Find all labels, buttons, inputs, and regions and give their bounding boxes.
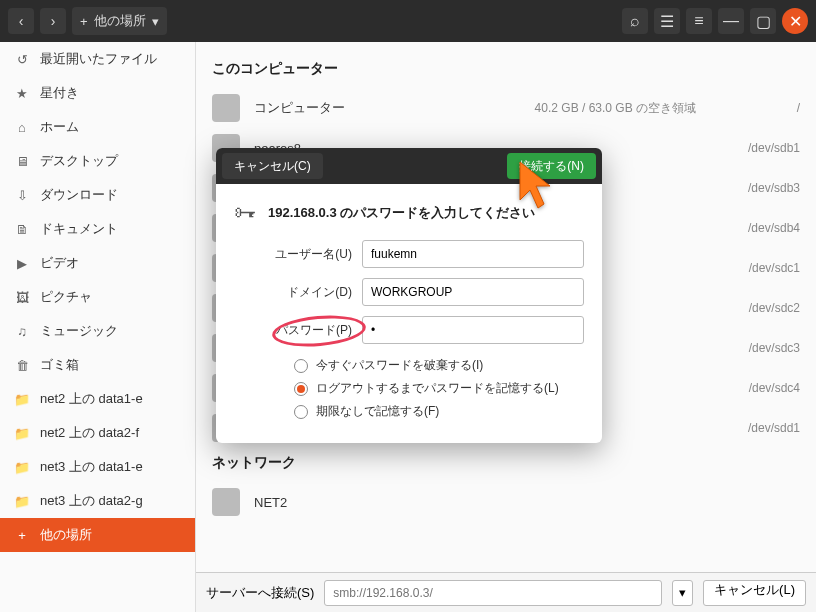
sidebar-item-label: 最近開いたファイル [40, 50, 157, 68]
sidebar-item[interactable]: ⇩ダウンロード [0, 178, 195, 212]
sidebar-item-label: net2 上の data2-f [40, 424, 139, 442]
sidebar-icon: ⇩ [14, 188, 30, 203]
dialog-title: 192.168.0.3 のパスワードを入力してください [268, 204, 535, 222]
sidebar-item[interactable]: 📁net2 上の data2-f [0, 416, 195, 450]
back-button[interactable]: ‹ [8, 8, 34, 34]
password-dialog: キャンセル(C) 接続する(N) 🗝 192.168.0.3 のパスワードを入力… [216, 148, 602, 443]
sidebar-item-other-locations[interactable]: +他の場所 [0, 518, 195, 552]
dialog-connect-button[interactable]: 接続する(N) [507, 153, 596, 179]
sidebar-item-label: ピクチャ [40, 288, 92, 306]
connect-cancel-button[interactable]: キャンセル(L) [703, 580, 806, 606]
sidebar-item[interactable]: ⌂ホーム [0, 110, 195, 144]
history-button[interactable]: ▾ [672, 580, 693, 606]
radio-option[interactable]: ログアウトするまでパスワードを記憶する(L) [294, 377, 584, 400]
drive-path: /dev/sdb1 [710, 141, 800, 155]
minimize-button[interactable]: — [718, 8, 744, 34]
radio-label: 期限なしで記憶する(F) [316, 403, 439, 420]
plus-icon: + [14, 528, 30, 543]
sidebar-icon: 🗎 [14, 222, 30, 237]
sidebar-item-label: ホーム [40, 118, 79, 136]
radio-option[interactable]: 期限なしで記憶する(F) [294, 400, 584, 423]
connect-bar: サーバーへ接続(S) ▾ キャンセル(L) [196, 572, 816, 612]
server-address-input[interactable] [324, 580, 662, 606]
sidebar-item[interactable]: 🖼ピクチャ [0, 280, 195, 314]
radio-label: ログアウトするまでパスワードを記憶する(L) [316, 380, 559, 397]
sidebar-icon: 📁 [14, 392, 30, 407]
minimize-icon: — [723, 12, 739, 30]
sidebar-item-label: 星付き [40, 84, 79, 102]
plus-icon: + [80, 14, 88, 29]
dialog-cancel-button[interactable]: キャンセル(C) [222, 153, 323, 179]
sidebar-icon: 🖥 [14, 154, 30, 169]
location-chip[interactable]: + 他の場所 ▾ [72, 7, 167, 35]
sidebar-item[interactable]: ▶ビデオ [0, 246, 195, 280]
close-icon: ✕ [789, 12, 802, 31]
sidebar-item-label: ドキュメント [40, 220, 118, 238]
sidebar-icon: ♫ [14, 324, 30, 339]
network-icon [212, 488, 240, 516]
radio-label: 今すぐパスワードを破棄する(I) [316, 357, 483, 374]
search-icon: ⌕ [630, 12, 640, 30]
drive-path: /dev/sdb3 [710, 181, 800, 195]
list-view-button[interactable]: ☰ [654, 8, 680, 34]
connect-label: サーバーへ接続(S) [206, 584, 314, 602]
sidebar-item-label: ビデオ [40, 254, 79, 272]
drive-name: コンピューター [254, 99, 345, 117]
sidebar-item[interactable]: 📁net2 上の data1-e [0, 382, 195, 416]
sidebar-item[interactable]: ↺最近開いたファイル [0, 42, 195, 76]
key-icon: 🗝 [234, 200, 256, 226]
drive-path: /dev/sdc3 [710, 341, 800, 355]
sidebar-item-label: net2 上の data1-e [40, 390, 143, 408]
password-input[interactable] [362, 316, 584, 344]
titlebar: ‹ › + 他の場所 ▾ ⌕ ☰ ≡ — ▢ ✕ [0, 0, 816, 42]
drive-path: / [710, 101, 800, 115]
sidebar-item-label: ゴミ箱 [40, 356, 79, 374]
network-row[interactable]: NET2 [212, 482, 800, 522]
remember-options: 今すぐパスワードを破棄する(I)ログアウトするまでパスワードを記憶する(L)期限… [294, 354, 584, 423]
sidebar-item[interactable]: ♫ミュージック [0, 314, 195, 348]
sidebar-item[interactable]: 🗎ドキュメント [0, 212, 195, 246]
sidebar-item-label: デスクトップ [40, 152, 118, 170]
sidebar-icon: ↺ [14, 52, 30, 67]
username-label: ユーザー名(U) [234, 246, 352, 263]
drive-path: /dev/sdd1 [710, 421, 800, 435]
radio-icon [294, 382, 308, 396]
sidebar-item[interactable]: 🖥デスクトップ [0, 144, 195, 178]
sidebar-icon: 📁 [14, 426, 30, 441]
sidebar-icon: 🖼 [14, 290, 30, 305]
network-name: NET2 [254, 495, 287, 510]
close-button[interactable]: ✕ [782, 8, 808, 34]
sidebar-icon: ▶ [14, 256, 30, 271]
drive-row[interactable]: コンピューター40.2 GB / 63.0 GB の空き領域/ [212, 88, 800, 128]
sidebar-item-label: net3 上の data1-e [40, 458, 143, 476]
sidebar-item[interactable]: 📁net3 上の data1-e [0, 450, 195, 484]
sidebar-item-label: ミュージック [40, 322, 118, 340]
sidebar-item-label: net3 上の data2-g [40, 492, 143, 510]
username-input[interactable] [362, 240, 584, 268]
sidebar-item-label: ダウンロード [40, 186, 118, 204]
domain-label: ドメイン(D) [234, 284, 352, 301]
menu-button[interactable]: ≡ [686, 8, 712, 34]
search-button[interactable]: ⌕ [622, 8, 648, 34]
sidebar: ↺最近開いたファイル★星付き⌂ホーム🖥デスクトップ⇩ダウンロード🗎ドキュメント▶… [0, 42, 196, 612]
list-icon: ☰ [660, 12, 674, 31]
radio-option[interactable]: 今すぐパスワードを破棄する(I) [294, 354, 584, 377]
sidebar-item[interactable]: ★星付き [0, 76, 195, 110]
domain-input[interactable] [362, 278, 584, 306]
sidebar-item-label: 他の場所 [40, 526, 92, 544]
forward-button[interactable]: › [40, 8, 66, 34]
sidebar-item[interactable]: 🗑ゴミ箱 [0, 348, 195, 382]
chevron-down-icon: ▾ [152, 14, 159, 29]
chevron-down-icon: ▾ [679, 585, 686, 600]
drive-meta: 40.2 GB / 63.0 GB の空き領域 [535, 100, 696, 117]
drive-path: /dev/sdc2 [710, 301, 800, 315]
radio-icon [294, 359, 308, 373]
sidebar-icon: 📁 [14, 494, 30, 509]
location-label: 他の場所 [94, 12, 146, 30]
dialog-body: 🗝 192.168.0.3 のパスワードを入力してください ユーザー名(U) ド… [216, 184, 602, 443]
maximize-button[interactable]: ▢ [750, 8, 776, 34]
drive-icon [212, 94, 240, 122]
section-title: ネットワーク [212, 454, 800, 472]
sidebar-icon: ⌂ [14, 120, 30, 135]
sidebar-item[interactable]: 📁net3 上の data2-g [0, 484, 195, 518]
